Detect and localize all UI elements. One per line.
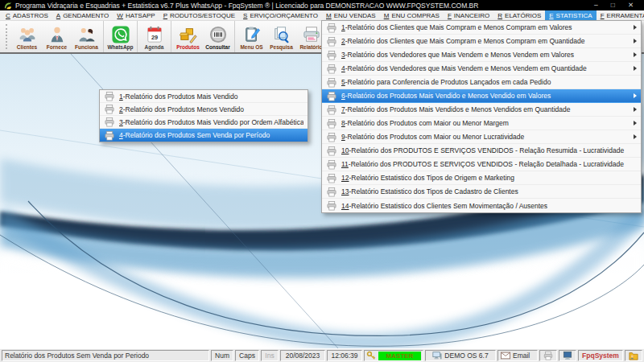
toolbar-button-produtos[interactable]: Produtos	[173, 21, 203, 52]
toolbar-group: ProdutosConsultar	[171, 21, 235, 52]
produtos-submenu-item-2[interactable]: 2-Relatório dos Produtos Menos Vendido	[100, 103, 308, 116]
svg-text:29: 29	[151, 33, 157, 40]
estatistica-menu-item-10[interactable]: 10-Relatório dos PRODUTOS E SERVIÇOS VEN…	[322, 144, 641, 158]
menu-item-label: 1-Relatório dos Produtos Mais Vendido	[119, 93, 303, 101]
estatistica-menu-item-14[interactable]: 14-Relatório Estatistico dos Clientes Se…	[322, 199, 641, 212]
printer-icon	[326, 173, 337, 183]
serviceorder-icon	[243, 26, 261, 43]
window-title: Programa Vidraçaria e Esquadrias + Estat…	[15, 2, 591, 10]
toolbar-button-agenda[interactable]: 29Agenda	[139, 21, 169, 52]
menubar-item-menu-vendas[interactable]: MENU VENDAS	[322, 10, 380, 21]
application-window: Programa Vidraçaria e Esquadrias + Estat…	[0, 0, 644, 362]
toolbar-button-clientes[interactable]: Clientes	[12, 21, 42, 52]
minimize-button[interactable]: –	[594, 0, 598, 10]
search-docs-icon	[273, 26, 291, 43]
menu-item-label: 2-Relatório dos Produtos Menos Vendido	[119, 105, 303, 113]
menu-item-label: 3-Relatório dos Produtos Mais Vendido po…	[119, 118, 303, 126]
menu-item-label: 13-Relatório Estatistico dos Tipos de Ca…	[341, 187, 637, 195]
status-bar: Relatório dos Produtos Sem Venda por Per…	[0, 348, 644, 362]
submenu-arrow-icon	[634, 93, 637, 98]
printer-icon	[104, 130, 115, 141]
menubar-item-financeiro[interactable]: FINANCEIRO	[444, 10, 493, 21]
statusbar-monitor-button[interactable]	[559, 350, 576, 361]
toolbar-button-consultar[interactable]: Consultar	[203, 21, 233, 52]
menubar-item-ferramentas[interactable]: FERRAMENTAS	[597, 10, 644, 21]
printer-icon	[326, 77, 337, 88]
maximize-button[interactable]: □	[611, 0, 615, 10]
submenu-arrow-icon	[634, 107, 637, 112]
printer-icon	[326, 132, 337, 142]
estatistica-menu-item-7[interactable]: 7-Relatório dos Produtos Mais Vendidos e…	[322, 103, 641, 117]
title-bar: Programa Vidraçaria e Esquadrias + Estat…	[0, 0, 644, 10]
os-version-label: DEMO OS 6.7	[444, 352, 488, 360]
menubar-item-relat-rios[interactable]: RELATÓRIOS	[493, 10, 545, 21]
toolbar-button-whatsapp[interactable]: WhatsApp	[105, 21, 135, 52]
submenu-arrow-icon	[634, 39, 637, 43]
estatistica-menu-item-2[interactable]: 2-Relatório dos Clientes que Mais Compra…	[322, 35, 641, 48]
produtos-submenu-item-4[interactable]: 4-Relatório dos Produtos Sem Venda por P…	[100, 129, 308, 142]
toolbar-group: WhatsApp	[104, 21, 138, 52]
logged-user-badge: MASTER	[378, 352, 421, 360]
estatistica-menu-item-8[interactable]: 8-Relatório dos Produtos com Maior ou Me…	[322, 117, 641, 130]
toolbar-button-label: Menu OS	[240, 44, 262, 50]
menu-item-label: 8-Relatório dos Produtos com Maior ou Me…	[341, 119, 630, 127]
statusbar-time: 12:06:39	[327, 350, 362, 361]
statusbar-printer-button[interactable]	[539, 350, 557, 361]
estatistica-menu-item-5[interactable]: 5-Relatório para Conferencia de Produtos…	[322, 76, 641, 89]
printer-icon	[326, 36, 337, 47]
submenu-arrow-icon	[634, 52, 637, 57]
statusbar-email-button[interactable]: Email	[497, 350, 538, 361]
toolbar-button-menu-os[interactable]: Menu OS	[237, 21, 266, 52]
close-button[interactable]: ✕	[628, 0, 634, 10]
estatistica-menu-item-4[interactable]: 4-Relatório dos Vendedores que Mais Vend…	[322, 62, 641, 76]
estatistica-menu-item-13[interactable]: 13-Relatório Estatistico dos Tipos de Ca…	[322, 185, 641, 199]
toolbar-button-fornece[interactable]: Fornece	[42, 21, 72, 52]
menu-item-label: 4-Relatório dos Vendedores que Mais Vend…	[341, 64, 630, 72]
toolbar-group: 29Agenda	[138, 21, 171, 52]
submenu-arrow-icon	[634, 121, 637, 125]
estatistica-menu-item-9[interactable]: 9-Relatório dos Produtos com Maior ou Me…	[322, 130, 641, 144]
estatistica-menu-item-11[interactable]: 11-Relatório dos PRODUTOS E SERVIÇOS VEN…	[322, 158, 641, 171]
statusbar-message: Relatório dos Produtos Sem Venda por Per…	[2, 350, 209, 361]
menu-item-label: 7-Relatório dos Produtos Mais Vendidos e…	[341, 105, 630, 113]
estatistica-dropdown-menu: 1-Relatório dos Clientes que Mais Compra…	[321, 20, 642, 213]
printer-icon	[326, 23, 337, 33]
statusbar-users-button[interactable]	[625, 350, 642, 361]
estatistica-menu-item-3[interactable]: 3-Relatório dos Vendedores que Mais Vend…	[322, 48, 641, 62]
menubar-item-whatsapp[interactable]: WHATSAPP	[113, 10, 159, 21]
menu-item-label: 9-Relatório dos Produtos com Maior ou Me…	[341, 133, 630, 141]
menubar-item-menu-compras[interactable]: MENU COMPRAS	[380, 10, 444, 21]
toolbar-grip	[6, 24, 9, 49]
menu-item-label: 1-Relatório dos Clientes que Mais Compra…	[341, 23, 630, 31]
email-label: Email	[513, 352, 530, 360]
submenu-arrow-icon	[634, 134, 637, 139]
estatistica-menu-item-6[interactable]: 6-Relatório dos Produtos Mais Vendido e …	[322, 89, 641, 103]
menubar-item-agendamento[interactable]: AGENDAMENTO	[52, 10, 114, 21]
estatistica-menu-item-12[interactable]: 12-Relatório Estatistico dos Tipos de Or…	[322, 171, 641, 185]
window-controls: – □ ✕	[594, 0, 634, 10]
printer-icon	[543, 351, 553, 360]
menu-item-label: 4-Relatório dos Produtos Sem Venda por P…	[119, 131, 303, 139]
toolbar-button-label: Agenda	[145, 44, 164, 50]
toolbar-button-label: Fornece	[47, 44, 67, 50]
printer-icon	[326, 146, 337, 156]
menubar-item-cadastros[interactable]: CADASTROS	[2, 10, 52, 21]
printer-icon	[104, 104, 115, 114]
toolbar-button-pesquisa[interactable]: Pesquisa	[266, 21, 296, 52]
menu-item-label: 12-Relatório Estatistico dos Tipos de Or…	[341, 174, 637, 182]
printer-icon	[326, 91, 337, 101]
toolbar-button-label: Funciona	[75, 44, 98, 50]
toolbar-group: ClientesForneceFunciona	[10, 21, 104, 52]
menubar-item-produtos-estoque[interactable]: PRODUTOS/ESTOQUE	[159, 10, 239, 21]
printer-icon	[326, 105, 337, 115]
barcode-icon	[209, 26, 227, 43]
statusbar-numlock: Num	[211, 350, 233, 361]
produtos-submenu-item-3[interactable]: 3-Relatório dos Produtos Mais Vendido po…	[100, 116, 308, 129]
menubar-item-estatistica[interactable]: ESTATISTICA	[545, 10, 596, 21]
toolbar-button-funciona[interactable]: Funciona	[72, 21, 101, 52]
statusbar-user-panel: MASTER	[364, 350, 423, 361]
menubar-item-servi-o-or-amento[interactable]: SERVIÇO/ORÇAMENTO	[239, 10, 322, 21]
toolbar-button-label: WhatsApp	[107, 44, 133, 50]
estatistica-menu-item-1[interactable]: 1-Relatório dos Clientes que Mais Compra…	[322, 21, 641, 35]
produtos-submenu-item-1[interactable]: 1-Relatório dos Produtos Mais Vendido	[100, 90, 308, 103]
